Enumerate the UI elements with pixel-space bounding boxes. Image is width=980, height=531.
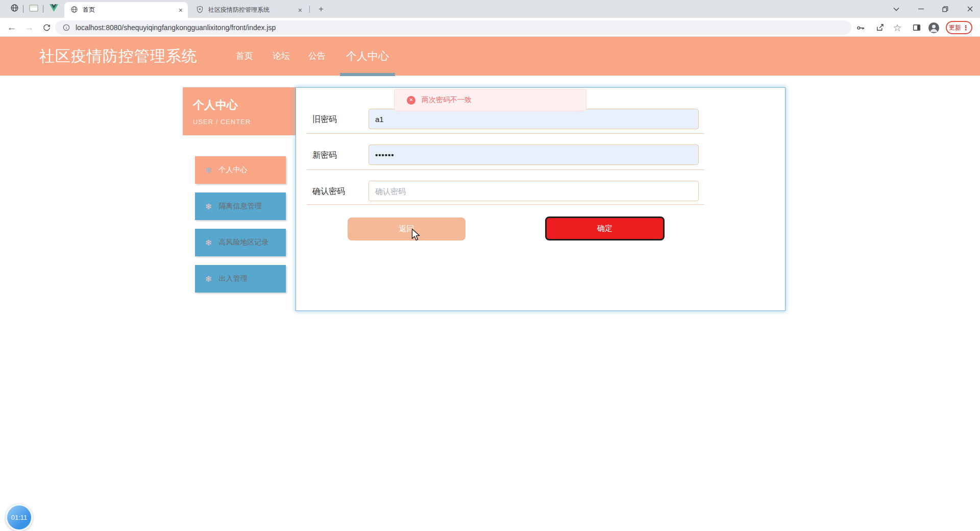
update-label: 更新 — [949, 23, 961, 32]
site-info-icon[interactable] — [62, 23, 70, 32]
sidebar-item-label: 高风险地区记录 — [218, 238, 268, 247]
confirm-button[interactable]: 确定 — [545, 216, 665, 240]
tab-close-icon[interactable]: × — [179, 7, 183, 14]
sidebar-header: 个人中心 USER / CENTER — [183, 87, 296, 135]
url-text[interactable]: localhost:8080/shequyiqingfangkongguanli… — [76, 23, 276, 32]
error-message: 两次密码不一致 — [422, 95, 472, 105]
confirm-password-label: 确认密码 — [312, 186, 345, 197]
nav-item-home[interactable]: 首页 — [236, 37, 253, 76]
sidebar-subtitle: USER / CENTER — [193, 118, 296, 126]
window-restore-button[interactable] — [934, 0, 957, 18]
pinned-tab-globe[interactable] — [6, 0, 22, 18]
tab-separator — [43, 5, 43, 13]
share-icon[interactable] — [873, 20, 887, 35]
snowflake-icon: ❄ — [205, 274, 212, 284]
address-bar[interactable]: localhost:8080/shequyiqingfangkongguanli… — [55, 20, 851, 35]
forward-button[interactable]: → — [21, 20, 37, 35]
snowflake-icon: ❄ — [205, 238, 212, 248]
sidebar-title: 个人中心 — [193, 98, 296, 113]
sidebar-item-quarantine-info[interactable]: ❄ 隔离信息管理 — [195, 192, 286, 220]
window-tabs-search-button[interactable] — [885, 0, 908, 18]
old-password-input[interactable] — [369, 109, 699, 129]
confirm-password-input[interactable] — [369, 181, 699, 201]
snowflake-icon: ❄ — [205, 165, 212, 175]
error-toast: ✕ 两次密码不一致 — [394, 89, 586, 111]
site-header: 社区疫情防控管理系统 首页 论坛 公告 个人中心 — [0, 37, 980, 76]
refresh-button[interactable] — [39, 20, 54, 35]
globe-icon — [10, 4, 19, 14]
pinned-tab-window[interactable] — [26, 0, 42, 18]
screen-recorder-timer[interactable]: 01:11 — [6, 504, 33, 531]
nav-item-notice[interactable]: 公告 — [308, 37, 326, 76]
form-divider — [307, 170, 704, 170]
tab-separator — [309, 6, 310, 13]
sidebar-item-high-risk-area[interactable]: ❄ 高风险地区记录 — [195, 229, 286, 256]
side-panel-icon[interactable] — [910, 20, 924, 35]
new-password-input[interactable] — [369, 144, 699, 165]
tab-separator — [23, 5, 23, 13]
recorder-time: 01:11 — [11, 514, 28, 521]
sidebar-item-label: 个人中心 — [218, 165, 247, 175]
mouse-cursor — [411, 228, 421, 244]
nav-item-forum[interactable]: 论坛 — [273, 37, 290, 76]
error-icon: ✕ — [407, 96, 415, 105]
tab-close-icon[interactable]: × — [298, 7, 302, 14]
vue-logo-icon — [50, 4, 58, 14]
browser-update-button[interactable]: 更新 ⋮ — [946, 21, 972, 34]
old-password-label: 旧密码 — [312, 114, 337, 125]
back-form-button[interactable]: 返回 — [348, 218, 465, 240]
tab-title: 社区疫情防控管理系统 — [208, 6, 295, 14]
new-tab-button[interactable]: + — [315, 3, 327, 15]
back-button[interactable]: ← — [4, 20, 19, 35]
browser-tab-home[interactable]: 首页 × — [64, 2, 188, 18]
sidebar-item-label: 隔离信息管理 — [218, 202, 261, 211]
form-divider — [307, 204, 704, 205]
sidebar-item-access-management[interactable]: ❄ 出入管理 — [195, 265, 286, 293]
window-minimize-button[interactable] — [909, 0, 933, 18]
password-key-icon[interactable] — [853, 20, 868, 35]
browser-tab-strip: 首页 × 社区疫情防控管理系统 × + — [0, 0, 980, 18]
bookmark-star-icon[interactable]: ☆ — [890, 20, 904, 35]
new-password-label: 新密码 — [312, 150, 337, 161]
tab-title: 首页 — [83, 6, 176, 14]
site-title: 社区疫情防控管理系统 — [39, 37, 198, 76]
snowflake-icon: ❄ — [205, 202, 212, 211]
form-divider — [307, 133, 704, 134]
sidebar-item-label: 出入管理 — [218, 274, 247, 283]
active-nav-underline — [340, 73, 395, 76]
globe-icon — [70, 6, 78, 15]
sidebar-item-user-center[interactable]: ❄ 个人中心 — [195, 156, 286, 184]
browser-menu-icon[interactable]: ⋮ — [963, 24, 969, 32]
shield-icon — [196, 6, 204, 15]
window-close-button[interactable] — [958, 0, 980, 18]
pinned-tab-vue[interactable] — [46, 0, 61, 18]
window-icon — [29, 5, 38, 14]
nav-item-user-center[interactable]: 个人中心 — [346, 37, 389, 76]
browser-tab-system[interactable]: 社区疫情防控管理系统 × — [190, 2, 307, 18]
profile-avatar-icon[interactable] — [926, 20, 941, 35]
